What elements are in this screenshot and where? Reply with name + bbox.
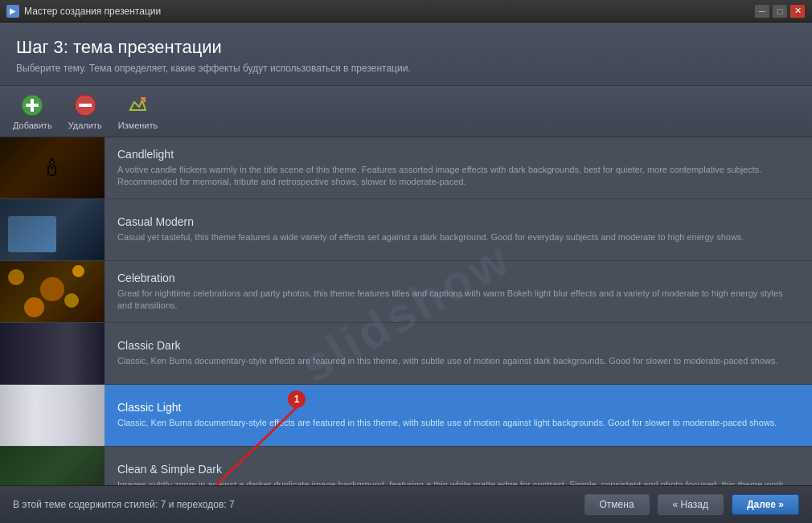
theme-row-celebration[interactable]: Celebration Great for nighttime celebrat… <box>0 261 812 323</box>
thumbnail-celebration <box>0 261 105 322</box>
cancel-button[interactable]: Отмена <box>584 494 650 515</box>
theme-name-clean-simple-dark: Clean & Simple Dark <box>117 463 799 476</box>
theme-row-classic-dark[interactable]: Classic Dark Classic, Ken Burns document… <box>0 323 812 385</box>
header-section: Шаг 3: тема презентации Выберите тему. Т… <box>0 22 812 86</box>
change-button[interactable]: Изменить <box>118 92 158 130</box>
title-bar: ▶ Мастер создания презентации ─ □ ✕ <box>0 0 812 22</box>
theme-info-candlelight: Candlelight A votive candle flickers war… <box>105 137 812 198</box>
app-icon: ▶ <box>6 5 19 18</box>
theme-row-classic-light[interactable]: Classic Light Classic, Ken Burns documen… <box>0 385 812 447</box>
theme-desc-classic-dark: Classic, Ken Burns documentary-style eff… <box>117 355 799 367</box>
main-window: Шаг 3: тема презентации Выберите тему. Т… <box>0 22 812 523</box>
theme-desc-clean-simple-dark: Images subtly zoom in against a darker d… <box>117 479 799 485</box>
back-button[interactable]: « Назад <box>658 494 724 515</box>
thumbnail-classic-light <box>0 385 105 446</box>
theme-desc-candlelight: A votive candle flickers warmly in the t… <box>117 164 799 189</box>
maximize-button[interactable]: □ <box>772 4 788 18</box>
theme-desc-classic-light: Classic, Ken Burns documentary-style eff… <box>117 417 799 429</box>
add-button[interactable]: Добавить <box>13 92 52 130</box>
theme-row-casual-modern[interactable]: Casual Modern Casual yet tasteful, this … <box>0 199 812 261</box>
footer-status: В этой теме содержится стилей: 7 и перех… <box>13 499 576 510</box>
svg-rect-2 <box>26 104 39 107</box>
theme-name-candlelight: Candlelight <box>117 148 799 161</box>
title-bar-text: Мастер создания презентации <box>24 6 749 17</box>
toolbar: Добавить Удалить Изменить <box>0 86 812 137</box>
thumbnail-casual-modern <box>0 199 105 260</box>
theme-info-casual-modern: Casual Modern Casual yet tasteful, this … <box>105 199 812 260</box>
svg-rect-4 <box>79 104 92 107</box>
remove-button[interactable]: Удалить <box>68 92 102 130</box>
theme-desc-casual-modern: Casual yet tasteful, this theme features… <box>117 231 799 243</box>
footer: В этой теме содержится стилей: 7 и перех… <box>0 485 812 523</box>
theme-name-celebration: Celebration <box>117 272 799 284</box>
theme-row-candlelight[interactable]: Candlelight A votive candle flickers war… <box>0 137 812 199</box>
change-label: Изменить <box>118 121 158 130</box>
add-label: Добавить <box>13 121 52 130</box>
theme-name-classic-dark: Classic Dark <box>117 339 799 352</box>
minimize-button[interactable]: ─ <box>754 4 770 18</box>
add-icon <box>19 92 45 118</box>
content-area: slidshow Candlelight A votive candle fli… <box>0 137 812 485</box>
theme-desc-celebration: Great for nighttime celebrations and par… <box>117 288 799 313</box>
theme-info-classic-dark: Classic Dark Classic, Ken Burns document… <box>105 323 812 384</box>
theme-name-casual-modern: Casual Modern <box>117 215 799 228</box>
window-controls: ─ □ ✕ <box>754 4 806 18</box>
next-button[interactable]: Далее » <box>732 494 799 515</box>
theme-list[interactable]: Candlelight A votive candle flickers war… <box>0 137 812 485</box>
close-button[interactable]: ✕ <box>789 4 806 18</box>
change-icon <box>125 92 150 118</box>
thumbnail-classic-dark <box>0 323 105 384</box>
remove-icon <box>72 92 98 118</box>
thumbnail-candlelight <box>0 137 105 198</box>
theme-row-clean-simple-dark[interactable]: Clean & Simple Dark Images subtly zoom i… <box>0 447 812 485</box>
remove-label: Удалить <box>68 121 102 130</box>
thumbnail-clean-simple-dark <box>0 447 105 485</box>
page-subtitle: Выберите тему. Тема определяет, какие эф… <box>16 63 796 74</box>
theme-info-clean-simple-dark: Clean & Simple Dark Images subtly zoom i… <box>105 447 812 485</box>
theme-info-celebration: Celebration Great for nighttime celebrat… <box>105 261 812 322</box>
theme-name-classic-light: Classic Light <box>117 401 799 414</box>
theme-info-classic-light: Classic Light Classic, Ken Burns documen… <box>105 385 812 446</box>
page-title: Шаг 3: тема презентации <box>16 37 796 58</box>
